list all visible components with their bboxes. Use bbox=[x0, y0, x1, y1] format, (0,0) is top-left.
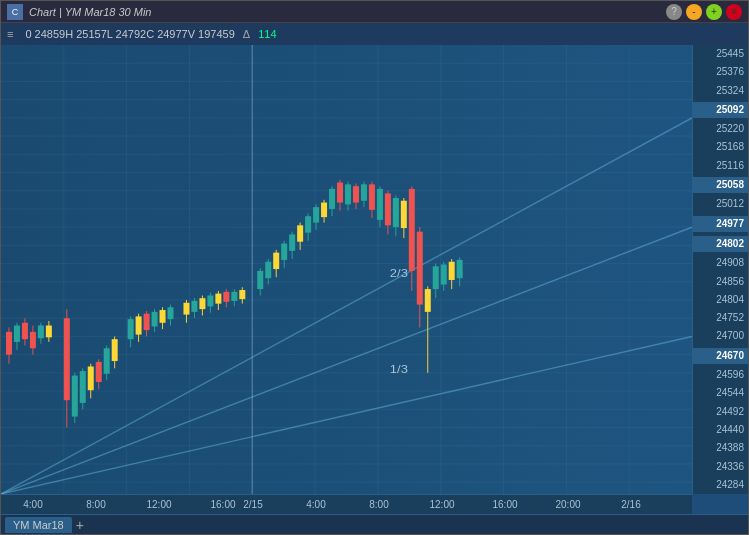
svg-rect-63 bbox=[104, 348, 110, 374]
svg-rect-98 bbox=[265, 262, 271, 278]
svg-rect-138 bbox=[425, 289, 431, 312]
time-label-800b: 8:00 bbox=[369, 499, 388, 510]
svg-rect-134 bbox=[409, 189, 415, 271]
price-label-24908: 24908 bbox=[693, 256, 748, 270]
time-label-216: 2/16 bbox=[621, 499, 640, 510]
svg-rect-85 bbox=[207, 295, 213, 306]
svg-rect-114 bbox=[329, 189, 335, 209]
svg-rect-75 bbox=[160, 310, 166, 323]
tab-bar: YM Mar18 + bbox=[1, 514, 748, 534]
time-label-215: 2/15 bbox=[243, 499, 262, 510]
time-label-2000: 20:00 bbox=[555, 499, 580, 510]
price-label-25012: 25012 bbox=[693, 197, 748, 211]
tab-label: YM Mar18 bbox=[13, 519, 64, 531]
info-bar: ≡ 0 24859H 25157L 24792C 24977V 197459 Δ… bbox=[1, 23, 748, 45]
price-label-24700: 24700 bbox=[693, 329, 748, 343]
price-label-24336: 24336 bbox=[693, 460, 748, 474]
svg-rect-118 bbox=[345, 184, 351, 204]
chart-area[interactable]: 2/3 1/3 bbox=[1, 45, 748, 514]
svg-rect-81 bbox=[191, 301, 197, 312]
svg-rect-49 bbox=[38, 326, 44, 339]
svg-rect-106 bbox=[297, 225, 303, 241]
svg-rect-51 bbox=[46, 326, 52, 338]
chart-svg: 2/3 1/3 bbox=[1, 45, 692, 494]
svg-rect-104 bbox=[289, 234, 295, 250]
add-tab-button[interactable]: + bbox=[76, 517, 84, 533]
price-label-24440: 24440 bbox=[693, 423, 748, 437]
title-bar: C Chart | YM Mar18 30 Min ? - + × bbox=[1, 1, 748, 23]
price-label-25092: 25092 bbox=[693, 102, 748, 118]
svg-text:2/3: 2/3 bbox=[390, 267, 408, 280]
price-label-24856: 24856 bbox=[693, 275, 748, 289]
price-label-24670: 24670 bbox=[693, 348, 748, 364]
maximize-button[interactable]: + bbox=[706, 4, 722, 20]
window-title: Chart | YM Mar18 30 Min bbox=[29, 6, 151, 18]
svg-rect-41 bbox=[6, 332, 12, 355]
svg-rect-136 bbox=[417, 232, 423, 305]
svg-rect-144 bbox=[449, 262, 455, 280]
svg-rect-93 bbox=[239, 290, 245, 299]
price-label-24802: 24802 bbox=[693, 236, 748, 252]
svg-rect-89 bbox=[223, 292, 229, 302]
time-label-1200: 12:00 bbox=[146, 499, 171, 510]
svg-rect-71 bbox=[144, 314, 150, 330]
svg-rect-140 bbox=[433, 266, 439, 289]
svg-rect-112 bbox=[321, 203, 327, 218]
svg-rect-102 bbox=[281, 244, 287, 260]
svg-rect-96 bbox=[257, 271, 263, 289]
svg-rect-43 bbox=[14, 326, 20, 342]
price-label-25324: 25324 bbox=[693, 84, 748, 98]
price-label-25445: 25445 bbox=[693, 47, 748, 61]
price-label-24977: 24977 bbox=[693, 216, 748, 232]
time-label-400: 4:00 bbox=[23, 499, 42, 510]
svg-rect-87 bbox=[215, 294, 221, 304]
time-label-1600: 16:00 bbox=[210, 499, 235, 510]
title-bar-buttons: ? - + × bbox=[666, 4, 742, 20]
svg-rect-83 bbox=[199, 298, 205, 309]
price-label-24388: 24388 bbox=[693, 441, 748, 455]
chart-tab[interactable]: YM Mar18 bbox=[5, 517, 72, 533]
svg-rect-77 bbox=[168, 307, 174, 319]
price-axis: 25445 25376 25324 25092 25220 25168 2511… bbox=[692, 45, 748, 494]
price-label-24492: 24492 bbox=[693, 405, 748, 419]
svg-rect-47 bbox=[30, 332, 36, 348]
delta-label: Δ bbox=[243, 28, 250, 40]
svg-rect-67 bbox=[128, 319, 134, 339]
svg-rect-69 bbox=[136, 316, 142, 334]
svg-rect-146 bbox=[457, 260, 463, 278]
svg-rect-57 bbox=[80, 371, 86, 403]
price-label-24544: 24544 bbox=[693, 386, 748, 400]
ohlcv-data: 0 24859H 25157L 24792C 24977V 197459 bbox=[25, 28, 234, 40]
svg-rect-65 bbox=[112, 339, 118, 361]
price-label-24284: 24284 bbox=[693, 478, 748, 492]
svg-rect-108 bbox=[305, 216, 311, 232]
close-button[interactable]: × bbox=[726, 4, 742, 20]
svg-rect-91 bbox=[231, 292, 237, 301]
price-label-24752: 24752 bbox=[693, 311, 748, 325]
chart-canvas: 2/3 1/3 bbox=[1, 45, 692, 494]
price-label-25376: 25376 bbox=[693, 65, 748, 79]
price-label-25116: 25116 bbox=[693, 159, 748, 173]
svg-rect-73 bbox=[152, 312, 158, 327]
time-label-1600b: 16:00 bbox=[492, 499, 517, 510]
help-button[interactable]: ? bbox=[666, 4, 682, 20]
svg-rect-122 bbox=[361, 184, 367, 200]
price-label-25220: 25220 bbox=[693, 122, 748, 136]
svg-rect-128 bbox=[385, 193, 391, 225]
svg-rect-61 bbox=[96, 362, 102, 382]
time-label-800: 8:00 bbox=[86, 499, 105, 510]
delta-value: 114 bbox=[258, 28, 276, 40]
price-label-25168: 25168 bbox=[693, 140, 748, 154]
svg-rect-79 bbox=[183, 303, 189, 315]
svg-rect-45 bbox=[22, 323, 28, 339]
svg-rect-0 bbox=[1, 45, 692, 494]
chart-icon: C bbox=[7, 4, 23, 20]
time-axis: 4:00 8:00 12:00 16:00 2/15 4:00 8:00 12:… bbox=[1, 494, 692, 514]
svg-rect-130 bbox=[393, 198, 399, 227]
svg-rect-59 bbox=[88, 366, 94, 390]
minimize-button[interactable]: - bbox=[686, 4, 702, 20]
time-label-400b: 4:00 bbox=[306, 499, 325, 510]
svg-rect-126 bbox=[377, 189, 383, 220]
svg-rect-100 bbox=[273, 253, 279, 269]
menu-icon[interactable]: ≡ bbox=[7, 28, 13, 40]
